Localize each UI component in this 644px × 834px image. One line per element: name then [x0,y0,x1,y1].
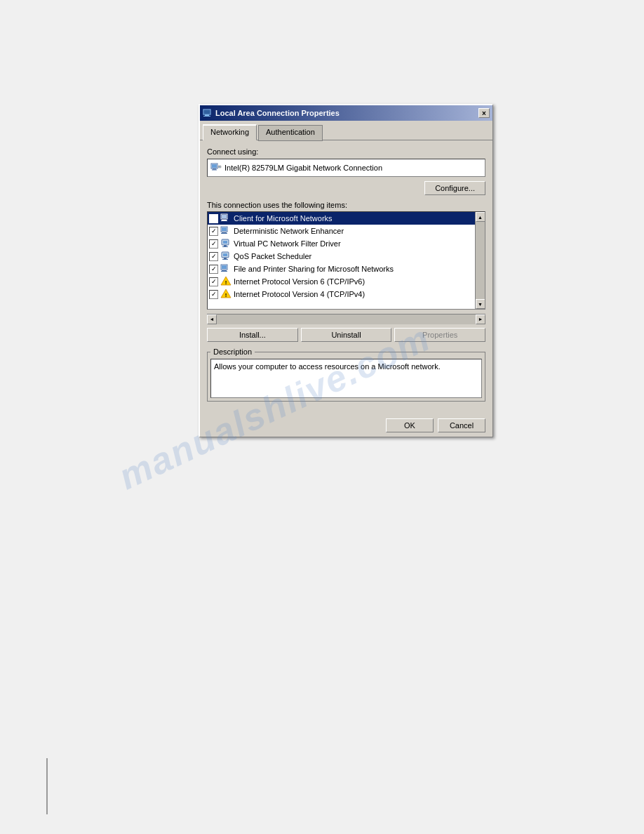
scroll-right-arrow[interactable]: ► [476,315,485,324]
ok-button[interactable]: OK [386,418,434,432]
svg-rect-11 [222,215,227,218]
items-label: This connection uses the following items… [207,201,485,209]
items-list-container: ✓ Client for Microsoft Networks [207,211,485,310]
svg-rect-19 [223,241,227,244]
svg-text:!: ! [225,279,227,286]
scroll-left-arrow[interactable]: ◄ [207,315,217,324]
action-buttons-row: Install... Uninstall Properties [207,328,485,342]
adapter-name: Intel(R) 82579LM Gigabit Network Connect… [224,164,382,172]
svg-rect-13 [221,220,227,221]
dialog-content: Connect using: Intel(R) 82579LM Gigabit … [200,140,492,414]
items-list: ✓ Client for Microsoft Networks [208,212,475,309]
svg-rect-29 [221,271,227,272]
item-checkbox-7[interactable]: ✓ [209,290,218,299]
svg-rect-7 [212,170,217,171]
svg-rect-25 [222,259,228,260]
svg-rect-21 [222,246,228,247]
item-label-7: Internet Protocol Version 4 (TCP/IPv4) [234,290,365,298]
svg-rect-27 [222,265,227,269]
item-label-4: QoS Packet Scheduler [234,252,311,260]
ok-cancel-row: OK Cancel [200,414,492,437]
description-group: Description Allows your computer to acce… [207,348,485,402]
item-checkbox-3[interactable]: ✓ [209,239,218,249]
item-icon-7: ! [220,289,232,300]
list-item[interactable]: ✓ ! Internet Protocol Version 6 (TCP/IPv… [208,275,475,288]
svg-rect-15 [222,227,227,231]
item-label-1: Client for Microsoft Networks [234,214,333,223]
scroll-track[interactable] [476,222,485,299]
item-checkbox-4[interactable]: ✓ [209,252,218,261]
scroll-up-arrow[interactable]: ▲ [476,212,485,222]
list-scrollbar[interactable]: ▲ ▼ [475,212,485,309]
cancel-button[interactable]: Cancel [438,418,485,432]
svg-rect-2 [205,114,209,116]
svg-rect-12 [222,220,227,220]
tab-networking[interactable]: Networking [203,124,257,140]
svg-rect-9 [219,166,220,167]
list-item[interactable]: ✓ ! Internet Protocol Version 4 (TCP/IPv… [208,288,475,300]
title-bar: Local Area Connection Properties × [200,105,492,121]
list-item[interactable]: ✓ File and Printer Sharing for Microsoft… [208,263,475,275]
svg-text:!: ! [225,292,227,298]
dialog-title: Local Area Connection Properties [215,109,478,117]
item-label-5: File and Printer Sharing for Microsoft N… [234,265,394,273]
list-item[interactable]: ✓ Client for Microsoft Networks [208,212,475,225]
list-item[interactable]: ✓ Deterministic Network Enhancer [208,225,475,237]
page-background: manualshlive.com Local Area Connection P… [0,0,644,834]
item-icon-1 [220,213,232,224]
uninstall-button[interactable]: Uninstall [301,328,392,342]
item-checkbox-2[interactable]: ✓ [209,227,218,236]
item-icon-3 [220,238,232,249]
tab-authentication[interactable]: Authentication [258,125,323,141]
page-border-line [46,758,48,814]
scroll-down-arrow[interactable]: ▼ [476,299,485,309]
item-label-6: Internet Protocol Version 6 (TCP/IPv6) [234,277,365,286]
svg-rect-16 [222,232,227,233]
adapter-icon [210,162,222,173]
item-label-3: Virtual PC Network Filter Driver [234,239,341,248]
svg-rect-3 [203,116,210,117]
description-legend: Description [210,348,255,356]
svg-rect-28 [222,270,227,271]
item-icon-4 [220,251,232,262]
item-icon-5 [220,263,232,274]
svg-rect-23 [223,253,227,256]
item-label-2: Deterministic Network Enhancer [234,227,344,235]
list-item[interactable]: ✓ QoS Packet Scheduler [208,250,475,263]
tab-strip: Networking Authentication [200,121,492,140]
svg-rect-17 [221,233,227,234]
item-checkbox-1[interactable]: ✓ [209,214,218,223]
description-box: Allows your computer to access resources… [210,359,482,398]
close-button[interactable]: × [478,108,490,118]
adapter-box: Intel(R) 82579LM Gigabit Network Connect… [207,159,485,177]
svg-rect-20 [224,245,227,246]
horiz-scroll-track[interactable] [217,315,476,324]
item-checkbox-5[interactable]: ✓ [209,265,218,274]
item-checkbox-6[interactable]: ✓ [209,277,218,286]
svg-rect-24 [224,258,227,259]
configure-button-row: Configure... [207,181,485,195]
install-button[interactable]: Install... [207,328,298,342]
horizontal-scrollbar[interactable]: ◄ ► [207,314,485,324]
svg-rect-6 [213,168,216,170]
svg-rect-5 [212,164,217,168]
svg-rect-1 [204,110,210,114]
dialog-window: Local Area Connection Properties × Netwo… [199,104,493,437]
properties-button[interactable]: Properties [394,328,485,342]
dialog-icon [203,108,213,118]
connect-using-label: Connect using: [207,147,485,156]
item-icon-6: ! [220,276,232,287]
configure-button[interactable]: Configure... [424,181,485,195]
list-item[interactable]: ✓ Virtual PC Network Filter Driver [208,237,475,250]
item-icon-2 [220,225,232,237]
